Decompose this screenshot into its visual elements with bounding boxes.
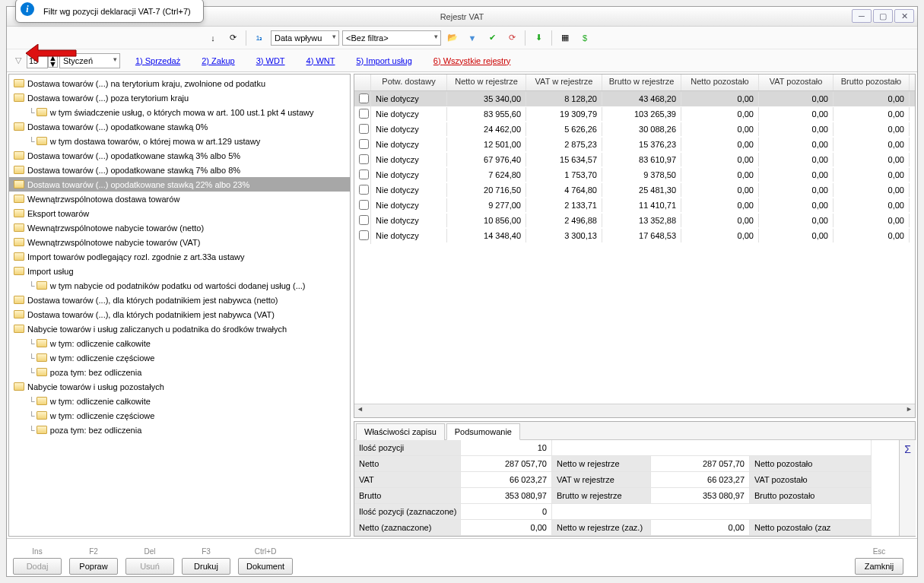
- row-checkbox[interactable]: [359, 200, 369, 210]
- folder-icon: [14, 195, 24, 203]
- tree-node[interactable]: Wewnątrzwspólnotowa dostawa towarów: [9, 192, 350, 206]
- tree-node[interactable]: Import towarów podlegający rozl. zgodnie…: [9, 249, 350, 264]
- tree-node[interactable]: Dostawa towarów (...), dla których podat…: [9, 307, 350, 322]
- sigma-button[interactable]: Σ: [899, 440, 916, 536]
- tree-node[interactable]: Dostawa towarów (...) poza terytorium kr…: [9, 90, 350, 105]
- tree-node[interactable]: └w tym: odliczenie częściowe: [9, 350, 350, 365]
- table-row[interactable]: Nie dotyczy20 716,504 764,8025 481,300,0…: [354, 182, 915, 198]
- month-combo[interactable]: Styczeń: [59, 53, 120, 68]
- tree-node[interactable]: Dostawa towarów (...) na terytorium kraj…: [9, 76, 350, 90]
- row-checkbox[interactable]: [359, 230, 369, 240]
- table-row[interactable]: Nie dotyczy12 501,002 875,2315 376,230,0…: [354, 137, 915, 152]
- tree-node[interactable]: Wewnątrzwspólnotowe nabycie towarów (VAT…: [9, 235, 350, 249]
- column-header[interactable]: VAT w rejestrze: [526, 74, 602, 90]
- category-tree[interactable]: Dostawa towarów (...) na terytorium kraj…: [8, 74, 351, 537]
- toolbar-sort-icon[interactable]: ↓: [205, 30, 221, 46]
- edit-button[interactable]: Popraw: [69, 558, 118, 575]
- tree-node[interactable]: └w tym świadczenie usług, o których mowa…: [9, 105, 350, 119]
- table-row[interactable]: Nie dotyczy9 277,002 133,7111 410,710,00…: [354, 198, 915, 213]
- tree-node[interactable]: Nabycie towarów i usług pozostałych: [9, 379, 350, 394]
- column-header[interactable]: VAT pozostało: [759, 74, 834, 90]
- horizontal-scrollbar[interactable]: [354, 404, 915, 417]
- toolbar-refresh-icon[interactable]: ⟳: [224, 30, 241, 46]
- row-checkbox[interactable]: [359, 170, 369, 179]
- table-row[interactable]: Nie dotyczy7 624,801 753,709 378,500,000…: [354, 167, 915, 182]
- toolbar: ↓ ⟳ 1₃ Data wpływu <Bez filtra> 📂 ▼ ✔ ⟳ …: [7, 27, 917, 49]
- maximize-button[interactable]: ▢: [873, 9, 893, 23]
- document-button[interactable]: Dokument: [238, 558, 293, 575]
- table-row[interactable]: Nie dotyczy14 348,403 300,1317 648,530,0…: [354, 228, 915, 243]
- tree-node[interactable]: Import usług: [9, 264, 350, 278]
- close-footer-button[interactable]: Zamknij: [855, 558, 903, 575]
- shortcut-label: F2: [89, 547, 98, 556]
- print-button[interactable]: Drukuj: [182, 558, 230, 575]
- folder-icon: [37, 281, 47, 290]
- tree-node[interactable]: └w tym: odliczenie częściowe: [9, 408, 350, 423]
- row-checkbox[interactable]: [359, 215, 369, 225]
- tree-node[interactable]: └w tym: odliczenie całkowite: [9, 336, 350, 350]
- table-row[interactable]: Nie dotyczy10 856,002 496,8813 352,880,0…: [354, 213, 915, 228]
- add-button[interactable]: Dodaj: [13, 558, 62, 575]
- tree-node[interactable]: └w tym dostawa towarów, o której mowa w …: [9, 134, 350, 148]
- row-checkbox[interactable]: [359, 139, 369, 149]
- tree-node[interactable]: Dostawa towarów (...) opodatkowane stawk…: [9, 148, 350, 163]
- tree-node[interactable]: └w tym: odliczenie całkowite: [9, 394, 350, 408]
- column-header[interactable]: Netto pozostało: [681, 74, 759, 90]
- tab-2[interactable]: 2) Zakup: [202, 56, 234, 65]
- row-checkbox[interactable]: [359, 93, 369, 103]
- check-icon[interactable]: ✔: [484, 30, 500, 46]
- table-row[interactable]: Nie dotyczy24 462,005 626,2630 088,260,0…: [354, 122, 915, 137]
- column-header[interactable]: Brutto pozostało: [834, 74, 910, 90]
- tree-node[interactable]: └w tym nabycie od podatników podatku od …: [9, 278, 350, 293]
- tree-node[interactable]: Dostawa towarów (...) opodatkowane stawk…: [9, 177, 350, 192]
- grid-icon[interactable]: ▦: [557, 30, 573, 46]
- folder-icon: [14, 122, 24, 131]
- row-checkbox[interactable]: [359, 124, 369, 134]
- tree-node[interactable]: └poza tym: bez odliczenia: [9, 423, 350, 437]
- grid-body[interactable]: Nie dotyczy35 340,008 128,2043 468,200,0…: [354, 91, 915, 404]
- info-icon: i: [21, 2, 34, 16]
- table-row[interactable]: Nie dotyczy83 955,6019 309,79103 265,390…: [354, 106, 915, 122]
- funnel-filter-icon[interactable]: ▽: [10, 52, 27, 69]
- minimize-button[interactable]: ─: [852, 9, 872, 23]
- close-button[interactable]: ✕: [894, 9, 914, 23]
- spin-buttons[interactable]: ▲▼: [48, 54, 58, 68]
- row-checkbox[interactable]: [359, 109, 369, 119]
- row-checkbox[interactable]: [359, 154, 369, 164]
- tree-node[interactable]: Wewnątrzwspólnotowe nabycie towarów (net…: [9, 220, 350, 235]
- tree-node[interactable]: Eksport towarów: [9, 206, 350, 220]
- row-checkbox[interactable]: [359, 185, 369, 195]
- folder-icon: [14, 166, 24, 174]
- table-row[interactable]: Nie dotyczy35 340,008 128,2043 468,200,0…: [354, 91, 915, 106]
- import-icon[interactable]: ⬇: [530, 30, 547, 46]
- separator: [551, 30, 552, 46]
- tree-node[interactable]: Dostawa towarów (...), dla których podat…: [9, 293, 350, 307]
- delete-button[interactable]: Usuń: [125, 558, 174, 575]
- funnel-icon[interactable]: ▼: [464, 30, 481, 46]
- toolbar-number-icon[interactable]: 1₃: [251, 30, 268, 46]
- folder-icon: [14, 223, 24, 232]
- tree-node[interactable]: Nabycie towarów i usług zaliczanych u po…: [9, 322, 350, 336]
- date-type-combo[interactable]: Data wpływu: [271, 30, 339, 46]
- tree-node[interactable]: Dostawa towarów (...) opodatkowane stawk…: [9, 119, 350, 134]
- tree-node[interactable]: Dostawa towarów (...) opodatkowane stawk…: [9, 163, 350, 177]
- tab-properties[interactable]: Właściwości zapisu: [356, 423, 445, 440]
- tab-summary[interactable]: Podsumowanie: [446, 423, 520, 440]
- table-row[interactable]: Nie dotyczy67 976,4015 634,5783 610,970,…: [354, 152, 915, 167]
- column-header[interactable]: Potw. dostawy: [371, 74, 447, 90]
- tree-node[interactable]: └poza tym: bez odliczenia: [9, 365, 350, 379]
- column-header[interactable]: Brutto w rejestrze: [602, 74, 681, 90]
- filter-combo[interactable]: <Bez filtra>: [342, 30, 441, 46]
- column-header[interactable]: Netto w rejestrze: [447, 74, 526, 90]
- refresh-red-icon[interactable]: ⟳: [503, 30, 520, 46]
- folder-icon[interactable]: 📂: [444, 30, 461, 46]
- tab-3[interactable]: 3) WDT: [256, 56, 285, 65]
- tab-5[interactable]: 5) Import usług: [356, 56, 411, 65]
- folder-icon: [14, 180, 24, 189]
- tab-4[interactable]: 4) WNT: [306, 56, 335, 65]
- folder-icon: [14, 151, 24, 160]
- tab-6[interactable]: 6) Wszystkie rejestry: [433, 56, 510, 65]
- tab-1[interactable]: 1) Sprzedaż: [135, 56, 180, 65]
- year-input[interactable]: [27, 53, 48, 68]
- export-icon[interactable]: $: [576, 30, 593, 46]
